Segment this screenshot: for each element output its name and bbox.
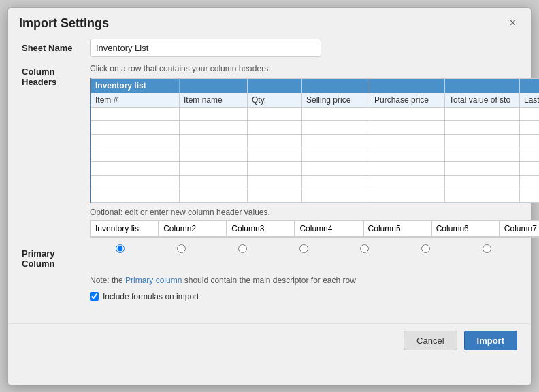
primary-column-control: [90, 244, 517, 253]
table-row: [91, 134, 540, 148]
radio-cell-6: [456, 244, 517, 253]
radio-cell-0: [90, 244, 151, 253]
radio-cell-3: [273, 244, 334, 253]
primary-radio-0[interactable]: [116, 244, 125, 253]
header-cell-1-2[interactable]: [180, 78, 248, 93]
col-input-5[interactable]: [431, 220, 500, 237]
header-cell-1-5[interactable]: [370, 78, 445, 93]
dialog-title: Import Settings: [19, 16, 109, 31]
header-cell-2-1[interactable]: Item #: [91, 93, 180, 107]
radio-cell-5: [395, 244, 457, 253]
column-header-hint: Click on a row that contains your column…: [90, 64, 539, 74]
radio-cell-4: [334, 244, 395, 253]
include-formulas-checkbox[interactable]: [90, 292, 99, 301]
header-cell-2-4[interactable]: Selling price: [302, 93, 370, 107]
header-cell-2-7[interactable]: Last up: [520, 93, 540, 107]
radio-cell-1: [151, 244, 212, 253]
table-row: [91, 189, 540, 202]
sheet-name-row: Sheet Name: [22, 39, 517, 57]
header-cell-1-7[interactable]: [520, 78, 540, 93]
col-input-3[interactable]: [295, 220, 363, 237]
col-input-1[interactable]: [159, 220, 227, 237]
column-headers-label: ColumnHeaders: [22, 64, 90, 87]
primary-radio-1[interactable]: [177, 244, 186, 253]
dialog-body: Sheet Name ColumnHeaders Click on a row …: [8, 36, 531, 323]
header-cell-2-2[interactable]: Item name: [180, 93, 248, 107]
header-cell-2-5[interactable]: Purchase price: [370, 93, 445, 107]
primary-column-note: Note: the Primary column should contain …: [90, 276, 517, 285]
cancel-button[interactable]: Cancel: [404, 331, 457, 350]
column-headers-row: ColumnHeaders Click on a row that contai…: [22, 64, 517, 238]
header-cell-1-6[interactable]: [445, 78, 520, 93]
import-settings-dialog: Import Settings × Sheet Name ColumnHeade…: [7, 7, 532, 385]
optional-hint: Optional: edit or enter new column heade…: [90, 208, 539, 217]
header-cell-1-1[interactable]: Inventory list: [91, 78, 180, 93]
header-cell-1-4[interactable]: [302, 78, 370, 93]
sheet-name-label: Sheet Name: [22, 39, 90, 53]
primary-column-row: Primary Column: [22, 244, 517, 269]
header-cell-2-6[interactable]: Total value of sto: [445, 93, 520, 107]
table-row: [91, 120, 540, 134]
table-row: [91, 107, 540, 120]
dialog-footer: Cancel Import: [8, 323, 531, 357]
spreadsheet-row-1[interactable]: Inventory list: [91, 78, 540, 93]
primary-radio-3[interactable]: [299, 244, 308, 253]
radio-cell-2: [212, 244, 273, 253]
primary-radio-4[interactable]: [360, 244, 369, 253]
sheet-name-input[interactable]: [90, 39, 321, 57]
spreadsheet-preview: Inventory list Item # Item name: [90, 78, 539, 203]
dialog-title-bar: Import Settings ×: [8, 8, 531, 36]
radio-wrapper: [90, 244, 517, 253]
primary-radio-5[interactable]: [421, 244, 430, 253]
col-input-0[interactable]: [91, 220, 159, 237]
primary-radio-2[interactable]: [238, 244, 247, 253]
import-button[interactable]: Import: [464, 331, 517, 350]
sheet-name-control: [90, 39, 517, 57]
include-formulas-label: Include formulas on import: [103, 292, 199, 301]
include-formulas-row: Include formulas on import: [90, 292, 517, 301]
table-row: [91, 161, 540, 175]
col-input-2[interactable]: [227, 220, 295, 237]
header-cell-1-3[interactable]: [248, 78, 302, 93]
close-button[interactable]: ×: [506, 16, 520, 30]
column-inputs-wrapper: [90, 220, 539, 238]
spreadsheet-row-2[interactable]: Item # Item name Qty. Selling price Purc…: [91, 93, 540, 107]
col-input-6[interactable]: [500, 220, 539, 237]
col-input-4[interactable]: [363, 220, 431, 237]
column-headers-control: Click on a row that contains your column…: [90, 64, 539, 238]
header-cell-2-3[interactable]: Qty.: [248, 93, 302, 107]
table-row: [91, 175, 540, 189]
primary-radio-6[interactable]: [483, 244, 491, 253]
table-row: [91, 148, 540, 161]
preview-table: Inventory list Item # Item name: [91, 78, 539, 203]
primary-column-label: Primary Column: [22, 244, 90, 269]
